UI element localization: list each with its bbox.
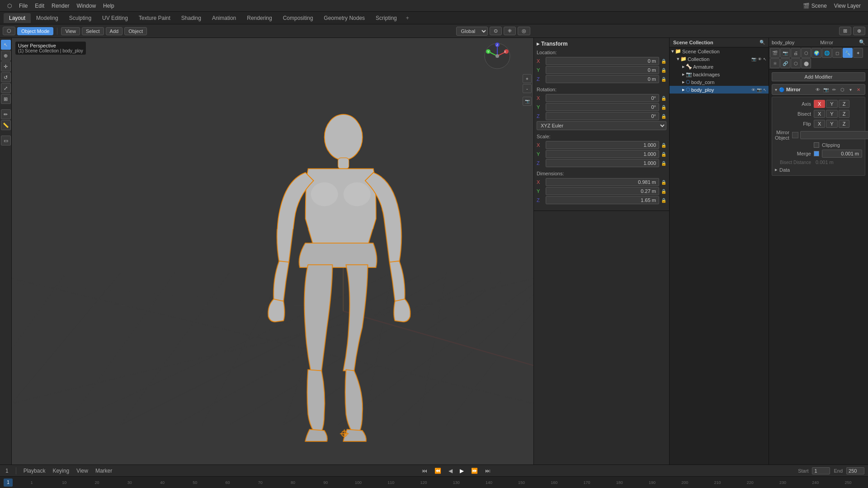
menu-help[interactable]: Help (99, 2, 118, 10)
measure-tool-btn[interactable]: 📏 (1, 120, 11, 130)
tab-sculpting[interactable]: Sculpting (64, 13, 97, 23)
merge-value-input[interactable]: 0.001 m (822, 150, 862, 158)
dim-y-input[interactable]: 0.27 m (546, 187, 659, 195)
scale-y-input[interactable]: 1.000 (546, 150, 659, 158)
axis-y-btn[interactable]: Y (826, 100, 837, 108)
end-frame-input[interactable]: 250 (846, 467, 864, 474)
play-back-btn[interactable]: ◀ (447, 467, 454, 475)
viewport-gizmo[interactable]: X Y Z (484, 42, 511, 70)
current-frame-marker[interactable]: 1 (4, 479, 13, 487)
outliner-armature[interactable]: ▸ 🦴 Armature (670, 63, 769, 70)
tab-rendering[interactable]: Rendering (241, 13, 277, 23)
blender-logo[interactable]: ⬡ (4, 2, 15, 10)
scale-y-lock[interactable]: 🔒 (661, 152, 666, 157)
rot-z-lock[interactable]: 🔒 (661, 114, 666, 119)
prop-tab-view-layer[interactable]: ⬡ (801, 48, 811, 58)
gizmo-btn[interactable]: ⊕ (853, 27, 865, 35)
rot-y-lock[interactable]: 🔒 (661, 105, 666, 110)
start-frame-input[interactable]: 1 (812, 467, 830, 474)
scale-x-input[interactable]: 1.000 (546, 141, 659, 149)
tab-scripting[interactable]: Scripting (370, 13, 402, 23)
zoom-out-btn[interactable]: - (523, 84, 532, 93)
view-layer-selector[interactable]: View Layer (830, 2, 864, 10)
scale-tool-btn[interactable]: ⤢ (1, 83, 11, 93)
body-ploy-select-icon[interactable]: ↖ (763, 88, 767, 92)
data-toggle[interactable]: ▸ Data (775, 167, 862, 173)
flip-x-btn[interactable]: X (814, 120, 825, 128)
tab-animation[interactable]: Animation (207, 13, 241, 23)
outliner-body-ploy[interactable]: ▸ ⬡ body_ploy 👁 📷 ↖ (670, 86, 769, 94)
dim-z-lock[interactable]: 🔒 (661, 198, 666, 203)
prop-tab-render[interactable]: 📷 (780, 48, 790, 58)
timeline-ruler-area[interactable]: 1 1 10 20 30 40 50 60 70 80 90 100 110 1… (0, 476, 868, 488)
annotate-tool-btn[interactable]: ✏ (1, 109, 11, 119)
loc-x-input[interactable]: 0 m (546, 57, 659, 65)
select-menu-btn[interactable]: Select (82, 27, 104, 35)
menu-render[interactable]: Render (48, 2, 73, 10)
body-ploy-visible-icon[interactable]: 👁 (751, 88, 755, 92)
body-ploy-render-icon[interactable]: 📷 (757, 88, 762, 92)
prop-tab-scene[interactable]: 🎬 (770, 48, 780, 58)
scene-selector[interactable]: 🎬 Scene (799, 2, 830, 10)
collection-visible-icon[interactable]: 👁 (758, 57, 762, 61)
outliner-search-icon[interactable]: 🔍 (760, 40, 765, 45)
transform-tool-btn[interactable]: ⊞ (1, 94, 11, 104)
bisect-y-btn[interactable]: Y (826, 110, 837, 118)
object-menu-btn[interactable]: Object (124, 27, 147, 35)
outliner-backimages[interactable]: ▸ 📷 backImages (670, 70, 769, 78)
outliner-scene-collection[interactable]: ▾ 📁 Scene Collection (670, 47, 769, 55)
rot-x-input[interactable]: 0° (546, 94, 659, 102)
object-mode-btn[interactable]: Object Mode (17, 27, 53, 35)
jump-start-btn[interactable]: ⏮ (420, 467, 429, 475)
tab-texture-paint[interactable]: Texture Paint (133, 13, 176, 23)
prop-tab-particles[interactable]: ✦ (853, 48, 863, 58)
rotate-tool-btn[interactable]: ↺ (1, 72, 11, 82)
modifier-edit-btn[interactable]: ✏ (830, 86, 838, 93)
add-cube-btn[interactable]: ▭ (1, 136, 11, 145)
outliner-body-corn[interactable]: ▸ ⬡ body_corn (670, 78, 769, 86)
frame-indicator[interactable]: 1 (4, 467, 10, 475)
prop-tab-output[interactable]: 🖨 (791, 48, 801, 58)
dim-x-lock[interactable]: 🔒 (661, 180, 666, 185)
bisect-z-btn[interactable]: Z (839, 110, 850, 118)
overlay-btn[interactable]: ⊞ (839, 27, 851, 35)
play-btn[interactable]: ▶ (458, 467, 466, 475)
menu-file[interactable]: File (15, 2, 31, 10)
proportional-edit-btn[interactable]: ◎ (518, 27, 530, 35)
loc-z-input[interactable]: 0 m (546, 75, 659, 83)
move-tool-btn[interactable]: ✛ (1, 61, 11, 71)
dim-z-input[interactable]: 1.65 m (546, 196, 659, 204)
loc-z-lock[interactable]: 🔒 (661, 77, 666, 82)
rot-z-input[interactable]: 0° (546, 112, 659, 120)
menu-edit[interactable]: Edit (31, 2, 48, 10)
snap-btn[interactable]: ⁜ (504, 27, 516, 35)
modifier-realtime-btn[interactable]: 👁 (814, 86, 821, 93)
pivot-btn[interactable]: ⊙ (490, 27, 502, 35)
add-menu-btn[interactable]: Add (106, 27, 123, 35)
flip-z-btn[interactable]: Z (839, 120, 850, 128)
transform-space-select[interactable]: Global Local Normal (456, 27, 488, 36)
dim-x-input[interactable]: 0.981 m (546, 178, 659, 186)
prop-tab-constraint[interactable]: 🔗 (780, 58, 790, 68)
3d-viewport[interactable]: User Perspective (1) Scene Collection | … (12, 38, 533, 465)
viewport-display-btn[interactable]: ⬡ (3, 27, 15, 35)
tab-geometry-nodes[interactable]: Geometry Nodes (318, 13, 370, 23)
tab-compositing[interactable]: Compositing (278, 13, 319, 23)
add-modifier-btn[interactable]: Add Modifier (772, 72, 865, 81)
merge-checkbox[interactable] (814, 151, 819, 156)
collection-select-icon[interactable]: ↖ (763, 57, 767, 61)
playback-menu-btn[interactable]: Playback (22, 467, 47, 475)
modifier-menu-btn[interactable]: ▾ (847, 86, 854, 93)
prop-tab-modifier[interactable]: 🔧 (843, 48, 853, 58)
step-forward-btn[interactable]: ⏩ (469, 467, 480, 475)
jump-end-btn[interactable]: ⏭ (483, 467, 492, 475)
axis-x-btn[interactable]: X (814, 100, 825, 108)
clipping-checkbox[interactable] (814, 142, 819, 148)
marker-menu-btn[interactable]: Marker (94, 467, 114, 475)
rotation-mode-select[interactable]: XYZ Euler XZY Euler Quaternion (537, 121, 666, 130)
camera-view-btn[interactable]: 📷 (523, 97, 532, 106)
add-workspace-tab[interactable]: + (402, 14, 413, 22)
modifier-expand-icon[interactable]: ▾ (775, 87, 777, 92)
prop-tab-object[interactable]: ◻ (832, 48, 842, 58)
prop-tab-data[interactable]: ⬡ (791, 58, 801, 68)
